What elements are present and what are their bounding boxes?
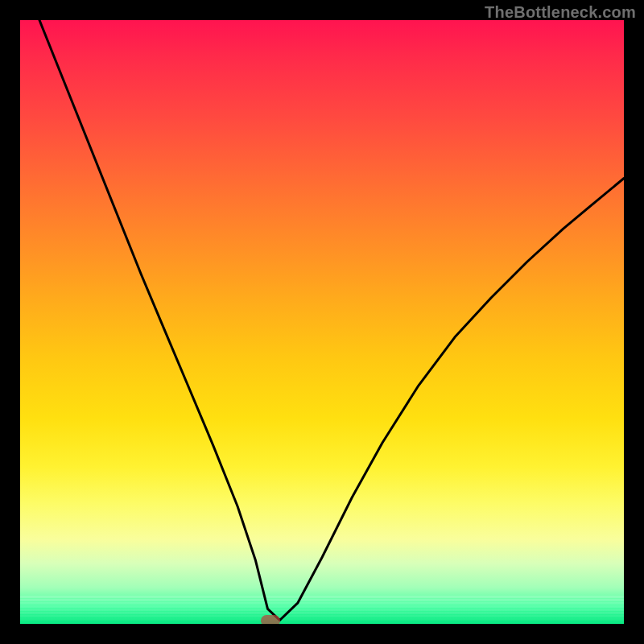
plot-area	[20, 20, 624, 624]
bottleneck-curve	[20, 20, 624, 624]
optimal-point-marker	[261, 615, 280, 624]
chart-frame: TheBottleneck.com	[0, 0, 644, 644]
watermark-text: TheBottleneck.com	[485, 3, 636, 22]
